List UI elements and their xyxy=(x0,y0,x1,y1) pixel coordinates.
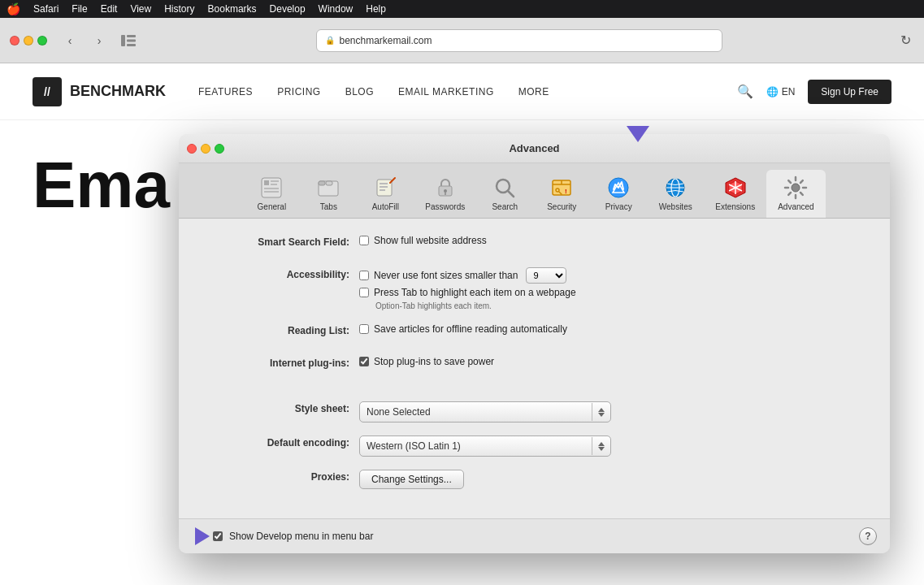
no-small-fonts-checkbox[interactable] xyxy=(359,271,369,280)
tab-privacy[interactable]: Privacy xyxy=(590,170,647,218)
nav-pricing[interactable]: PRICING xyxy=(277,86,321,98)
safari-menu[interactable]: Safari xyxy=(33,3,59,15)
svg-line-44 xyxy=(800,193,803,195)
font-size-select[interactable]: 9 xyxy=(526,267,566,284)
tab-websites[interactable]: Websites xyxy=(647,170,704,218)
back-button[interactable]: ‹ xyxy=(59,32,81,50)
svg-line-46 xyxy=(789,193,792,195)
tab-websites-label: Websites xyxy=(659,202,692,211)
edit-menu[interactable]: Edit xyxy=(101,3,118,15)
help-menu[interactable]: Help xyxy=(366,3,386,15)
tab-highlight-label: Press Tab to highlight each item on a we… xyxy=(374,287,576,298)
nav-blog[interactable]: BLOG xyxy=(345,86,374,98)
help-button[interactable]: ? xyxy=(859,527,877,545)
stop-plugins-checkbox[interactable] xyxy=(359,357,369,366)
dialog-minimize-button[interactable] xyxy=(201,144,210,154)
tab-search[interactable]: Search xyxy=(476,170,533,218)
dialog-title: Advanced xyxy=(509,142,559,154)
passwords-icon xyxy=(432,175,458,201)
dialog-zoom-button[interactable] xyxy=(215,144,224,154)
smart-search-control: Show full website address xyxy=(359,235,487,246)
style-sheet-select[interactable]: None Selected xyxy=(359,401,611,422)
triangle-pointer xyxy=(627,126,649,142)
tab-autofill[interactable]: AutoFill xyxy=(357,170,414,218)
dialog-content: Smart Search Field: Show full website ad… xyxy=(179,219,890,518)
dialog-titlebar: Advanced xyxy=(179,134,890,163)
reload-button[interactable]: ↻ xyxy=(896,32,914,50)
tab-tabs[interactable]: Tabs xyxy=(300,170,357,218)
advanced-icon xyxy=(783,175,809,201)
zoom-window-button[interactable] xyxy=(37,36,47,46)
tab-advanced[interactable]: Advanced xyxy=(766,170,825,218)
svg-rect-17 xyxy=(380,189,385,191)
svg-rect-16 xyxy=(380,186,388,188)
internet-plugins-control: Stop plug-ins to save power xyxy=(359,356,494,367)
svg-line-43 xyxy=(789,180,792,183)
change-proxy-settings-button[interactable]: Change Settings... xyxy=(359,470,464,489)
dialog-close-button[interactable] xyxy=(187,144,197,154)
tab-passwords[interactable]: Passwords xyxy=(414,170,476,218)
window-menu[interactable]: Window xyxy=(319,3,354,15)
close-window-button[interactable] xyxy=(10,36,20,46)
internet-plugins-row: Internet plug-ins: Stop plug-ins to save… xyxy=(203,356,865,375)
view-menu[interactable]: View xyxy=(130,3,151,15)
header-right: 🔍 🌐 EN Sign Up Free xyxy=(737,80,891,104)
language-button[interactable]: 🌐 EN xyxy=(766,86,796,98)
style-sheet-label: Style sheet: xyxy=(203,401,349,414)
svg-line-45 xyxy=(800,180,803,183)
svg-rect-5 xyxy=(264,180,269,185)
website-search-button[interactable]: 🔍 xyxy=(737,84,753,99)
websites-icon xyxy=(662,175,688,201)
browser-chrome: ‹ › 🔒 benchmarkemail.com ↻ xyxy=(0,18,924,63)
proxies-control: Change Settings... xyxy=(359,470,464,489)
bookmarks-menu[interactable]: Bookmarks xyxy=(208,3,257,15)
show-full-address-checkbox[interactable] xyxy=(359,236,369,245)
nav-features[interactable]: FEATURES xyxy=(198,86,253,98)
traffic-lights xyxy=(10,36,47,46)
reading-list-row: Reading List: Save articles for offline … xyxy=(203,323,865,343)
accessibility-label: Accessibility: xyxy=(203,267,349,280)
proxies-label: Proxies: xyxy=(203,470,349,483)
show-full-address-label: Show full website address xyxy=(374,235,487,246)
svg-rect-15 xyxy=(380,183,388,184)
tab-advanced-label: Advanced xyxy=(778,202,813,211)
tab-search-label: Search xyxy=(492,202,518,211)
url-bar[interactable]: 🔒 benchmarkemail.com xyxy=(316,29,722,52)
tab-tabs-label: Tabs xyxy=(320,202,337,211)
history-menu[interactable]: History xyxy=(164,3,194,15)
nav-more[interactable]: MORE xyxy=(518,86,549,98)
reading-list-control: Save articles for offline reading automa… xyxy=(359,323,567,335)
browser-toolbar: ‹ › 🔒 benchmarkemail.com ↻ xyxy=(0,18,924,63)
tab-highlight-checkbox[interactable] xyxy=(359,288,369,297)
file-menu[interactable]: File xyxy=(72,3,87,15)
nav-email-marketing[interactable]: EMAIL MARKETING xyxy=(398,86,494,98)
tab-security-label: Security xyxy=(547,202,576,211)
tab-passwords-label: Passwords xyxy=(425,202,465,211)
forward-button[interactable]: › xyxy=(88,32,111,50)
url-text: benchmarkemail.com xyxy=(340,35,432,46)
signup-button[interactable]: Sign Up Free xyxy=(808,80,891,104)
website-header: // BENCHMARK FEATURES PRICING BLOG EMAIL… xyxy=(0,63,924,120)
minimize-window-button[interactable] xyxy=(24,36,33,46)
tab-security[interactable]: ! Security xyxy=(533,170,590,218)
stop-plugins-label: Stop plug-ins to save power xyxy=(374,356,494,367)
default-encoding-row: Default encoding: Western (ISO Latin 1) xyxy=(203,436,865,457)
dialog-toolbar: General Tabs xyxy=(179,163,890,219)
save-offline-checkbox[interactable] xyxy=(359,324,369,334)
default-encoding-select[interactable]: Western (ISO Latin 1) xyxy=(359,436,611,457)
svg-line-22 xyxy=(508,191,514,197)
proxies-row: Proxies: Change Settings... xyxy=(203,470,865,489)
apple-menu[interactable]: 🍎 xyxy=(7,2,20,15)
security-icon: ! xyxy=(549,175,575,201)
svg-rect-11 xyxy=(319,181,325,185)
tab-extensions[interactable]: Extensions xyxy=(704,170,766,218)
no-small-fonts-row: Never use font sizes smaller than 9 xyxy=(359,267,576,284)
sidebar-button[interactable] xyxy=(117,32,140,50)
reading-list-label: Reading List: xyxy=(203,323,349,336)
tab-general[interactable]: General xyxy=(243,170,300,218)
tab-general-label: General xyxy=(258,202,287,211)
internet-plugins-label: Internet plug-ins: xyxy=(203,356,349,369)
show-develop-checkbox[interactable] xyxy=(213,531,223,541)
develop-menu[interactable]: Develop xyxy=(270,3,306,15)
default-encoding-select-wrap: Western (ISO Latin 1) xyxy=(359,436,611,457)
